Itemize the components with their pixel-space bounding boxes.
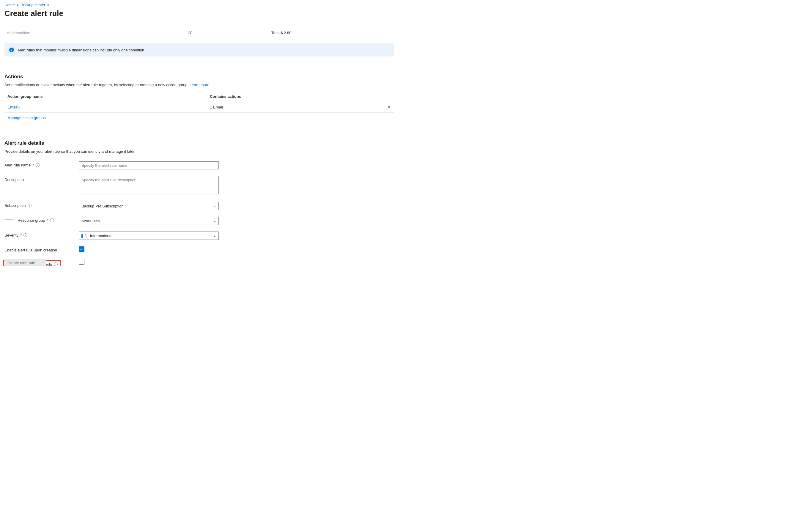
info-icon[interactable]: i bbox=[50, 218, 54, 222]
info-banner: i Alert rules that monitor multiple dime… bbox=[4, 43, 394, 56]
alert-rule-name-label: Alert rule name bbox=[4, 163, 31, 167]
table-row: EmailS 1 Email ✕ bbox=[4, 102, 394, 113]
more-menu-icon[interactable]: ··· bbox=[68, 11, 72, 16]
chevron-down-icon: ⌄ bbox=[213, 234, 216, 238]
description-label: Description bbox=[4, 177, 24, 182]
action-group-contains: 1 Email bbox=[207, 102, 382, 113]
col-contains-actions: Contains actions bbox=[207, 91, 382, 102]
severity-select[interactable]: 3 - Informational ⌄ bbox=[79, 231, 219, 240]
subscription-select[interactable]: Backup PM Subscription ⌄ bbox=[79, 202, 219, 210]
condition-total: Total $ 2.80 bbox=[271, 31, 291, 35]
details-description: Provide details on your alert rule so th… bbox=[4, 149, 394, 154]
condition-summary-row: Add condition 28 Total $ 2.80 bbox=[4, 31, 394, 35]
required-indicator: * bbox=[47, 218, 49, 223]
resource-group-select[interactable]: AzureFiles ⌄ bbox=[79, 217, 219, 225]
chevron-right-icon: > bbox=[47, 3, 49, 7]
info-icon: i bbox=[9, 48, 14, 52]
manage-action-groups-link[interactable]: Manage action groups bbox=[7, 116, 46, 120]
required-indicator: * bbox=[32, 163, 34, 167]
breadcrumb-home[interactable]: Home bbox=[4, 3, 15, 7]
severity-value: 3 - Informational bbox=[84, 234, 112, 238]
info-icon[interactable]: i bbox=[23, 233, 27, 237]
actions-heading: Actions bbox=[4, 74, 394, 80]
info-banner-text: Alert rules that monitor multiple dimens… bbox=[18, 48, 145, 52]
severity-color-bar bbox=[81, 234, 82, 238]
chevron-down-icon: ⌄ bbox=[213, 204, 216, 208]
breadcrumb-backup-center[interactable]: Backup center bbox=[20, 3, 45, 7]
col-action-group-name: Action group name bbox=[4, 91, 207, 102]
info-icon[interactable]: i bbox=[27, 204, 32, 207]
tree-elbow-icon bbox=[5, 214, 13, 220]
action-groups-table: Action group name Contains actions Email… bbox=[4, 91, 394, 123]
info-icon[interactable]: i bbox=[36, 163, 39, 167]
auto-resolve-checkbox[interactable] bbox=[79, 259, 84, 265]
enable-on-creation-label: Enable alert rule upon creation bbox=[4, 248, 57, 252]
subscription-label: Subscription bbox=[4, 203, 26, 208]
actions-description: Send notifications or invoke actions whe… bbox=[4, 83, 394, 87]
learn-more-link[interactable]: Learn more bbox=[190, 83, 209, 87]
required-indicator: * bbox=[20, 233, 22, 238]
chevron-right-icon: > bbox=[17, 3, 19, 7]
create-alert-rule-button[interactable]: Create alert rule bbox=[4, 259, 46, 266]
condition-count: 28 bbox=[188, 31, 192, 35]
details-heading: Alert rule details bbox=[4, 140, 394, 146]
page-title: Create alert rule bbox=[4, 9, 63, 18]
alert-rule-name-input[interactable] bbox=[79, 162, 219, 169]
remove-action-group-icon[interactable]: ✕ bbox=[387, 105, 391, 109]
add-condition-link[interactable]: Add condition bbox=[7, 31, 30, 35]
action-group-link[interactable]: EmailS bbox=[7, 105, 20, 109]
resource-group-label: Resource group bbox=[18, 218, 45, 223]
breadcrumb: Home > Backup center > bbox=[4, 2, 394, 7]
severity-label: Severity bbox=[4, 233, 18, 238]
info-icon[interactable]: i bbox=[54, 262, 58, 266]
chevron-down-icon: ⌄ bbox=[213, 219, 216, 223]
description-input[interactable] bbox=[79, 176, 219, 194]
resource-group-value: AzureFiles bbox=[81, 219, 99, 223]
enable-on-creation-checkbox[interactable]: ✓ bbox=[79, 246, 84, 252]
subscription-value: Backup PM Subscription bbox=[81, 204, 124, 208]
